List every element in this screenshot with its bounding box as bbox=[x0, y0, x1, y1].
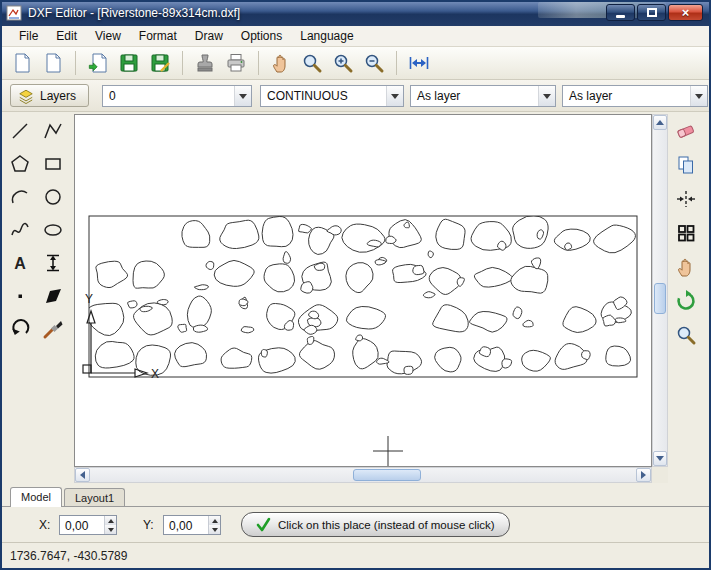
pan-button[interactable] bbox=[267, 49, 295, 77]
confirm-click-button[interactable]: Click on this place (instead of mouse cl… bbox=[241, 512, 510, 537]
new-document-button[interactable] bbox=[8, 49, 36, 77]
tab-layout1[interactable]: Layout1 bbox=[64, 488, 125, 506]
menu-file[interactable]: File bbox=[10, 26, 47, 46]
line-tool-button[interactable] bbox=[6, 117, 34, 145]
point-tool-button[interactable] bbox=[6, 282, 34, 310]
zoom-button[interactable] bbox=[298, 49, 326, 77]
tab-model[interactable]: Model bbox=[10, 487, 62, 507]
arc-icon bbox=[9, 186, 31, 208]
x-coordinate-input[interactable]: 0,00 bbox=[59, 515, 117, 535]
zoom-icon bbox=[675, 324, 697, 346]
drawing-canvas[interactable]: Y X bbox=[74, 114, 652, 467]
refresh-icon bbox=[674, 289, 698, 313]
linetype-combobox[interactable]: CONTINUOUS bbox=[260, 85, 404, 107]
maximize-button[interactable] bbox=[637, 4, 666, 21]
copy-tool-button[interactable] bbox=[672, 151, 700, 179]
menu-draw[interactable]: Draw bbox=[186, 26, 232, 46]
menu-view[interactable]: View bbox=[86, 26, 130, 46]
refresh-tool-button[interactable] bbox=[672, 287, 700, 315]
menu-edit[interactable]: Edit bbox=[47, 26, 86, 46]
layer-combobox[interactable]: 0 bbox=[102, 85, 252, 107]
print-icon bbox=[225, 52, 247, 74]
pan-hand-icon bbox=[270, 52, 292, 74]
fit-width-button[interactable] bbox=[405, 49, 433, 77]
lineweight-combobox-arrow[interactable] bbox=[538, 86, 555, 106]
save-button[interactable] bbox=[115, 49, 143, 77]
y-coordinate-input[interactable]: 0,00 bbox=[163, 515, 221, 535]
copy-icon bbox=[675, 154, 697, 176]
save-as-button[interactable] bbox=[146, 49, 174, 77]
fit-width-icon bbox=[408, 52, 430, 74]
maximize-icon bbox=[647, 8, 657, 17]
spin-up-button[interactable] bbox=[209, 516, 220, 525]
brush-tool-button[interactable] bbox=[39, 315, 67, 343]
app-window: { "window": { "title": "DXF Editor - [Ri… bbox=[0, 0, 711, 570]
tab-layout1-label: Layout1 bbox=[75, 492, 114, 504]
y-coordinate-value: 0,00 bbox=[164, 516, 208, 534]
y-spinner bbox=[208, 516, 220, 534]
blocks-tool-button[interactable] bbox=[672, 219, 700, 247]
polygon-tool-button[interactable] bbox=[6, 150, 34, 178]
line-icon bbox=[9, 120, 31, 142]
zoom-out-icon bbox=[363, 52, 385, 74]
color-combobox[interactable]: As layer bbox=[562, 85, 708, 107]
horizontal-scroll-thumb[interactable] bbox=[353, 469, 421, 481]
spline-tool-button[interactable] bbox=[6, 216, 34, 244]
vertical-scrollbar[interactable] bbox=[652, 114, 668, 467]
toolbar-separator bbox=[258, 51, 259, 75]
arc-tool-button[interactable] bbox=[6, 183, 34, 211]
solid-tool-button[interactable] bbox=[39, 282, 67, 310]
ellipse-tool-button[interactable] bbox=[39, 216, 67, 244]
app-icon bbox=[6, 5, 22, 21]
x-coordinate-value: 0,00 bbox=[60, 516, 104, 534]
draw-tool-palette: A bbox=[5, 117, 71, 343]
import-button[interactable] bbox=[84, 49, 112, 77]
x-coordinate-label: X: bbox=[39, 518, 50, 532]
menu-language[interactable]: Language bbox=[291, 26, 362, 46]
color-combobox-arrow[interactable] bbox=[690, 86, 707, 106]
spin-down-button[interactable] bbox=[209, 525, 220, 534]
stamp-button[interactable] bbox=[191, 49, 219, 77]
layer-combobox-arrow[interactable] bbox=[234, 86, 251, 106]
scroll-up-button[interactable] bbox=[653, 115, 667, 130]
spin-up-button[interactable] bbox=[105, 516, 116, 525]
circle-tool-button[interactable] bbox=[39, 183, 67, 211]
edit-tool-palette bbox=[671, 117, 707, 349]
circle-icon bbox=[42, 186, 64, 208]
pan-tool-button[interactable] bbox=[672, 253, 700, 281]
print-button[interactable] bbox=[222, 49, 250, 77]
zoom-in-button[interactable] bbox=[329, 49, 357, 77]
menu-options[interactable]: Options bbox=[232, 26, 291, 46]
scroll-left-button[interactable] bbox=[75, 468, 90, 482]
toolbar-separator bbox=[182, 51, 183, 75]
text-tool-button[interactable]: A bbox=[6, 249, 34, 277]
chevron-down-icon bbox=[543, 94, 551, 99]
scroll-right-button[interactable] bbox=[636, 468, 651, 482]
dimension-tool-button[interactable] bbox=[39, 249, 67, 277]
spin-down-button[interactable] bbox=[105, 525, 116, 534]
polyline-icon bbox=[42, 120, 64, 142]
minimize-button[interactable] bbox=[606, 4, 635, 21]
confirm-click-button-label: Click on this place (instead of mouse cl… bbox=[278, 519, 495, 531]
linetype-combobox-arrow[interactable] bbox=[386, 86, 403, 106]
vertical-scroll-thumb[interactable] bbox=[654, 283, 666, 314]
horizontal-scrollbar[interactable] bbox=[74, 467, 652, 483]
arrow-up-icon bbox=[656, 120, 664, 125]
rotate-tool-button[interactable] bbox=[6, 315, 34, 343]
break-tool-button[interactable] bbox=[672, 185, 700, 213]
layers-icon bbox=[18, 88, 34, 104]
erase-tool-button[interactable] bbox=[672, 117, 700, 145]
eraser-icon bbox=[674, 119, 698, 143]
menu-format[interactable]: Format bbox=[130, 26, 186, 46]
zoom-out-button[interactable] bbox=[360, 49, 388, 77]
zoom-tool-button[interactable] bbox=[672, 321, 700, 349]
lineweight-combobox[interactable]: As layer bbox=[410, 85, 556, 107]
scroll-down-button[interactable] bbox=[653, 451, 667, 466]
layers-button[interactable]: Layers bbox=[10, 84, 89, 107]
close-button[interactable]: × bbox=[668, 4, 703, 21]
new-window-button[interactable] bbox=[39, 49, 67, 77]
polyline-tool-button[interactable] bbox=[39, 117, 67, 145]
rectangle-icon bbox=[42, 153, 64, 175]
y-coordinate-label: Y: bbox=[143, 518, 154, 532]
rectangle-tool-button[interactable] bbox=[39, 150, 67, 178]
